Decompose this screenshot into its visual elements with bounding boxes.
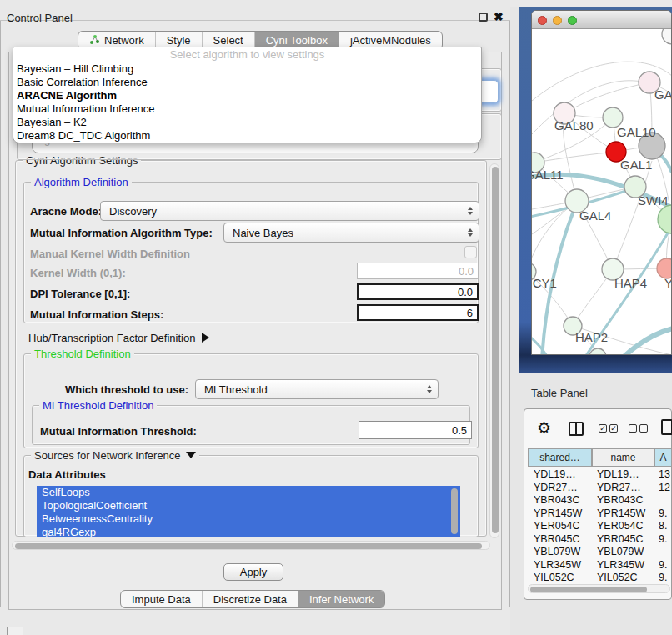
attributes-list-scrollbar[interactable] (451, 488, 458, 534)
table-hscrollbar[interactable] (528, 584, 670, 593)
hub-definition-toggle[interactable]: Hub/Transcription Factor Definition (28, 332, 209, 344)
apply-button[interactable]: Apply (223, 563, 283, 581)
bottom-tabs: Impute DataDiscretize DataInfer Network (120, 590, 385, 608)
algorithm-option[interactable]: ARACNE Algorithm (13, 89, 481, 102)
table-row[interactable]: YBL079WYBL079W (528, 546, 672, 559)
tab-discretize-data[interactable]: Discretize Data (203, 591, 298, 608)
table-cell: YBR045C (534, 533, 580, 545)
collapse-arrow-icon[interactable] (202, 332, 209, 342)
mi-threshold-field[interactable]: 0.5 (359, 421, 472, 439)
attribute-list-item[interactable]: SelfLoops (37, 486, 460, 499)
network-node-label: HAP4 (614, 276, 647, 290)
threshold-definition-title: Threshold Definition (31, 348, 134, 360)
dpi-tolerance-field[interactable]: 0.0 (357, 283, 479, 300)
mi-steps-field[interactable]: 6 (357, 304, 479, 321)
expand-arrow-icon[interactable] (186, 452, 196, 458)
algorithm-option[interactable]: Mutual Information Inference (13, 102, 481, 116)
table-cell: 12 (659, 482, 670, 493)
algorithm-dropdown-list: Bayesian – Hill ClimbingBasic Correlatio… (13, 62, 481, 142)
algorithm-option[interactable]: Bayesian – K2 (13, 116, 481, 129)
algorithm-definition-title: Algorithm Definition (31, 176, 132, 188)
settings-vscrollbar[interactable] (489, 163, 499, 538)
combo-arrows-icon (468, 207, 473, 215)
attribute-list-item[interactable]: gal4RGexp (37, 526, 460, 537)
attribute-list-item[interactable]: BetweennessCentrality (37, 512, 460, 526)
table-row[interactable]: YPR145WYPR145W9. (528, 508, 672, 521)
sources-title[interactable]: Sources for Network Inference (31, 449, 199, 462)
control-panel-titlebar[interactable] (0, 0, 510, 21)
network-canvas[interactable]: GALGAL80GAL10GAL1GAL11SWI4GAL4GCY1HAP4YH… (532, 29, 672, 355)
table-row[interactable]: YDL19…YDL19…13 (528, 468, 672, 482)
data-attributes-list[interactable]: SelfLoopsTopologicalCoefficientBetweenne… (37, 486, 460, 537)
kernel-width-field[interactable]: 0.0 (357, 262, 479, 279)
manual-kernel-checkbox[interactable] (464, 246, 477, 258)
algorithm-option[interactable]: Basic Correlation Inference (13, 76, 481, 89)
which-threshold-combobox[interactable]: MI Threshold (195, 379, 439, 399)
hub-definition-label: Hub/Transcription Factor Definition (28, 332, 195, 344)
table-cell: YBR043C (534, 494, 580, 506)
table-row[interactable]: YBR045CYBR045C9. (528, 533, 672, 547)
select-all-columns-icon[interactable]: ✓✓ (599, 424, 618, 432)
mi-type-value: Naive Bayes (233, 227, 293, 239)
combo-arrows-icon (468, 228, 473, 237)
network-node[interactable] (662, 29, 672, 44)
table-cell: 13 (659, 468, 670, 480)
table-cell: YBL079W (534, 546, 580, 558)
float-icon[interactable] (479, 12, 488, 22)
mi-type-combobox[interactable]: Naive Bayes (223, 222, 479, 242)
deselect-all-columns-icon[interactable] (629, 424, 648, 432)
network-edge[interactable] (621, 328, 672, 355)
table-cell: 9. (659, 559, 667, 571)
network-graph[interactable]: GALGAL80GAL10GAL1GAL11SWI4GAL4GCY1HAP4YH… (532, 29, 672, 355)
network-edge[interactable] (532, 328, 549, 355)
network-node-label: GAL4 (579, 208, 611, 222)
traffic-light-minimize-icon[interactable] (553, 16, 562, 25)
aracne-mode-combobox[interactable]: Discovery (100, 201, 479, 221)
table-cell: 9. (659, 533, 667, 545)
traffic-light-close-icon[interactable] (538, 16, 547, 25)
network-view-window[interactable]: GALGAL80GAL10GAL1GAL11SWI4GAL4GCY1HAP4YH… (531, 10, 672, 355)
network-node[interactable] (658, 205, 672, 233)
network-node[interactable] (589, 348, 606, 355)
network-edge[interactable] (534, 152, 616, 162)
table-column-header[interactable]: name (592, 448, 654, 467)
algorithm-option[interactable]: Dream8 DC_TDC Algorithm (13, 129, 481, 142)
table-cell: YER054C (534, 520, 580, 532)
close-icon[interactable]: ✖ (494, 10, 504, 23)
table-column-header[interactable]: A (654, 448, 672, 467)
network-edge[interactable] (564, 82, 649, 113)
collapsed-panel-icon[interactable] (7, 627, 23, 635)
table-row[interactable]: YLR345WYLR345W9. (528, 559, 672, 572)
table-row[interactable]: YBR043CYBR043C (528, 494, 672, 508)
table-panel-title: Table Panel (531, 387, 588, 399)
tab-infer-network[interactable]: Infer Network (298, 591, 384, 608)
tab-label: Style (167, 34, 191, 47)
network-node-label: GAL1 (620, 158, 652, 172)
network-node-label: GAL10 (617, 125, 656, 139)
mi-type-label: Mutual Information Algorithm Type: (30, 227, 213, 239)
new-table-icon[interactable] (661, 419, 672, 435)
aracne-mode-value: Discovery (109, 205, 157, 218)
network-tab-icon (89, 34, 100, 48)
settings-hscrollbar[interactable] (12, 541, 490, 550)
which-threshold-label: Which threshold to use: (65, 383, 188, 396)
network-window-titlebar[interactable] (532, 11, 671, 29)
table-row[interactable]: YDR27…YDR27…12 (528, 482, 672, 495)
mi-steps-label: Mutual Information Steps: (30, 308, 163, 321)
table-row[interactable]: YER054CYER054C8. (528, 520, 672, 533)
tab-impute-data[interactable]: Impute Data (121, 591, 203, 608)
traffic-light-zoom-icon[interactable] (568, 16, 577, 25)
mi-threshold-title: MI Threshold Definition (39, 399, 157, 412)
gear-icon[interactable]: ⚙ (537, 418, 551, 438)
algorithm-option[interactable]: Bayesian – Hill Climbing (13, 62, 481, 76)
network-node-label: GAL (654, 88, 672, 102)
table-column-header[interactable]: shared… (528, 448, 592, 467)
manual-kernel-label: Manual Kernel Width Definition (30, 248, 190, 260)
kernel-width-label: Kernel Width (0,1): (30, 267, 126, 279)
tab-label: Select (213, 34, 243, 47)
table-cell: YDL19… (534, 468, 576, 480)
attribute-list-item[interactable]: TopologicalCoefficient (37, 499, 460, 512)
table-cell: YIL052C (597, 572, 638, 583)
table-row[interactable]: YIL052CYIL052C9. (528, 572, 672, 585)
columns-icon[interactable] (569, 422, 584, 436)
